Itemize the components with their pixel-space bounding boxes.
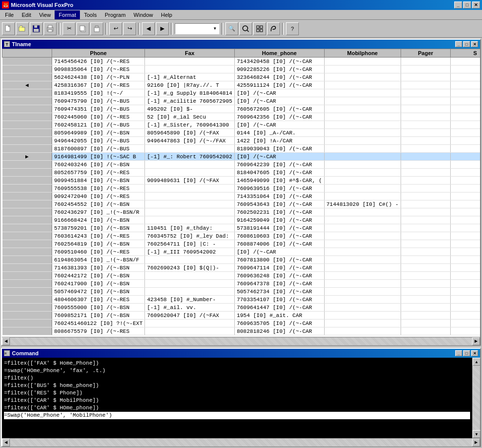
col-phone[interactable]: Phone — [52, 49, 145, 58]
command-content[interactable]: =filtex(['FAX' $ Home_Phone])=swap('HOme… — [2, 358, 472, 438]
table-minimize-button[interactable]: _ — [455, 41, 462, 47]
table-row[interactable]: 8086675579 [I0] /(~-RES8082818246 [I0] /… — [2, 327, 481, 335]
table-row[interactable]: 7609510460 [I0] /(~-RES[-1] #_III 760954… — [2, 248, 481, 256]
menu-file[interactable]: File — [1, 10, 18, 19]
cmd-maximize-button[interactable]: □ — [463, 350, 470, 356]
cell-s — [450, 169, 480, 177]
col-fax[interactable]: Fax — [145, 49, 235, 58]
open-button[interactable] — [16, 22, 29, 35]
table-row[interactable]: 7602445060 [I0] /(~-RES52 [I0] #_ial Sec… — [2, 113, 481, 121]
table-row[interactable]: 7602442172 [I0] /(~-BSN7609636248 [I0] /… — [2, 272, 481, 280]
undo-button[interactable]: ↩ — [109, 22, 122, 35]
print-button[interactable] — [44, 22, 57, 35]
menu-window[interactable]: Window — [130, 10, 157, 19]
table-row[interactable]: 5057469472 [I0] /(~-BSN5057462734 [I0] /… — [2, 288, 481, 296]
table-row[interactable]: 4804606307 [I0] /(~-RES423458 [I0] #_Num… — [2, 296, 481, 304]
command-h-scrollbar[interactable]: ◀ ▶ — [2, 438, 480, 446]
table-row[interactable]: 7609474351 [I0] /(~-BUS495202 [I0] $-760… — [2, 105, 481, 113]
table-row[interactable]: 7602403246 [I0] /(~-BSN7609642239 [I0] /… — [2, 161, 481, 169]
table-row[interactable]: 7602417900 [I0] /(~-BSN7609647378 [I0] /… — [2, 280, 481, 288]
cmd-scroll-left-button[interactable]: ◀ — [2, 439, 10, 447]
table-close-button[interactable]: ✕ — [471, 41, 478, 47]
cmd-scroll-down-button[interactable]: ▼ — [473, 430, 481, 438]
minimize-button[interactable]: _ — [454, 1, 462, 8]
table-row[interactable]: 7602564819 [I0] /(~-BSN7602564711 [I0] |… — [2, 240, 481, 248]
table-row[interactable]: 7602458121 [I0] /(~-BUS[-1] #_Sister, 76… — [2, 121, 481, 129]
table-row[interactable]: 5738759201 [I0] /(~-BSN110451 [I0] #_thd… — [2, 224, 481, 232]
table-row[interactable]: 8187600897 [I0] /(~-BUS8189039043 [I0] /… — [2, 145, 481, 153]
table-row[interactable]: 7609555000 [I0] /(~-BSN[-1] #_ail. vv.76… — [2, 304, 481, 312]
close-button[interactable]: ✕ — [472, 1, 480, 8]
scroll-right-button[interactable]: ▶ — [472, 337, 480, 345]
style-dropdown[interactable]: ▼ — [175, 23, 219, 34]
cmd-scroll-right-button[interactable]: ▶ — [472, 439, 480, 447]
col-mobilphone[interactable]: Mobilphone — [324, 49, 401, 58]
app-title: Microsoft Visual FoxPro — [11, 2, 73, 8]
cell-fax: [-1] #_Alternat — [145, 73, 235, 81]
menu-view[interactable]: View — [35, 10, 55, 19]
cell-mobilphone — [324, 97, 401, 105]
table-row[interactable]: 9098835064 [I0] /(~-RES9092285226 [I0] /… — [2, 65, 481, 73]
table-row[interactable]: 9496442055 [I0] /(~-BUS9496447863 [I0] /… — [2, 137, 481, 145]
svg-rect-18 — [260, 29, 263, 32]
save-button[interactable] — [30, 22, 43, 35]
table-row[interactable]: 8059649989 [I0] /(~-BSN8059645890 [I0] /… — [2, 129, 481, 137]
table-row[interactable]: 8052657759 [I0] /(~-RES8184047605 [I0] /… — [2, 169, 481, 177]
command-scrollbar[interactable]: ▲ ▼ — [472, 358, 480, 438]
col-s[interactable]: S — [450, 49, 480, 58]
table-row[interactable]: 9099451884 [I0] /(~-BSN9099489631 [I0] /… — [2, 177, 481, 185]
cell-phone: 7603614243 [I0] /(~-RES — [52, 232, 145, 240]
cmd-close-button[interactable]: ✕ — [471, 350, 478, 356]
table-row[interactable]: 8183419555 [I0] !(~-/[-1] #_g Supply 818… — [2, 89, 481, 97]
table-row[interactable]: 7609555538 [I0] /(~-RES7609639516 [I0] /… — [2, 185, 481, 192]
menu-tools[interactable]: Tools — [80, 10, 101, 19]
menu-help[interactable]: Help — [157, 10, 176, 19]
zoom-in-button[interactable]: 🔍 — [225, 22, 238, 35]
func-button[interactable] — [267, 22, 280, 35]
row-indicator — [2, 256, 52, 264]
cmd-scroll-track-h[interactable] — [10, 439, 472, 447]
menu-program[interactable]: Program — [101, 10, 130, 19]
col-home-phone[interactable]: Home_phone — [234, 49, 324, 58]
col-pager[interactable]: Pager — [401, 49, 450, 58]
paste-button[interactable] — [90, 22, 103, 35]
table-row[interactable]: ◀4258316367 [I0] /(~-RES92160 [I0] |R7ay… — [2, 81, 481, 89]
row-indicator: ◀ — [2, 81, 52, 89]
menu-edit[interactable]: Edit — [18, 10, 35, 19]
table-container[interactable]: Phone Fax Home_phone Mobilphone Pager S … — [2, 49, 480, 337]
prev-button[interactable]: ◀ — [142, 22, 155, 35]
scroll-left-button[interactable]: ◀ — [2, 337, 10, 345]
cut-button[interactable]: ✂ — [63, 22, 75, 35]
table-maximize-button[interactable]: □ — [463, 41, 470, 47]
cell-home-phone: 7609636248 [I0] /(~-CAR — [234, 272, 324, 280]
cell-s — [450, 161, 480, 169]
table-row[interactable]: 7603614243 [I0] /(~-RES760345752 [I0] #_… — [2, 232, 481, 240]
redo-button[interactable]: ↪ — [123, 22, 136, 35]
cell-fax: 8059645890 [I0] /(~FAX — [145, 129, 235, 137]
next-button[interactable]: ▶ — [156, 22, 169, 35]
zoom-out-button[interactable] — [239, 22, 252, 35]
scroll-track[interactable] — [10, 337, 472, 345]
table-row[interactable]: ▶9164981499 [I0] !(~-SAC B[-1] #_: Rober… — [2, 153, 481, 161]
table-row[interactable]: 7602436297 [I0] _!(~-BSN/R7602502231 [I0… — [2, 208, 481, 216]
table-row[interactable]: 7146381393 [I0] /(~-BSN7602690243 [I0] $… — [2, 264, 481, 272]
new-button[interactable] — [2, 22, 15, 35]
table-row[interactable]: 7602454552 [I0] /(~-BSN7609543643 [I0] /… — [2, 200, 481, 208]
maximize-button[interactable]: □ — [463, 1, 471, 8]
table-row[interactable]: 7609475790 [I0] /(~-BUS[-1] #_acilitie 7… — [2, 97, 481, 105]
table-row[interactable]: 5624624438 [I0] /(~-PLN[-1] #_Alternat32… — [2, 73, 481, 81]
copy-button[interactable] — [76, 22, 89, 35]
horizontal-scrollbar[interactable]: ◀ ▶ — [2, 337, 480, 345]
cmd-minimize-button[interactable]: _ — [455, 350, 462, 356]
table-row[interactable]: 6194863054 [I0] _!(~-BSN/F7607813800 [I0… — [2, 256, 481, 264]
table-row[interactable]: 9092472040 [I0] /(~-RES7143351064 [I0] /… — [2, 192, 481, 200]
table-row[interactable]: 9166668424 [I0] /(~-BSN9164259049 [I0] /… — [2, 216, 481, 224]
menu-format[interactable]: Format — [55, 10, 80, 19]
cmd-scroll-up-button[interactable]: ▲ — [473, 358, 481, 366]
cell-pager — [401, 200, 450, 208]
grid-button[interactable] — [253, 22, 266, 35]
table-row[interactable]: 7145456426 [I0] /(~-RES7143420458 [I0] /… — [2, 58, 481, 65]
table-row[interactable]: 7602451460122 [I0] ?!(~-EXT7609635705 [I… — [2, 320, 481, 327]
help-button[interactable]: ? — [286, 22, 299, 35]
table-row[interactable]: 7609852171 [I0] /(~-BSN7609620047 [I0] /… — [2, 312, 481, 320]
